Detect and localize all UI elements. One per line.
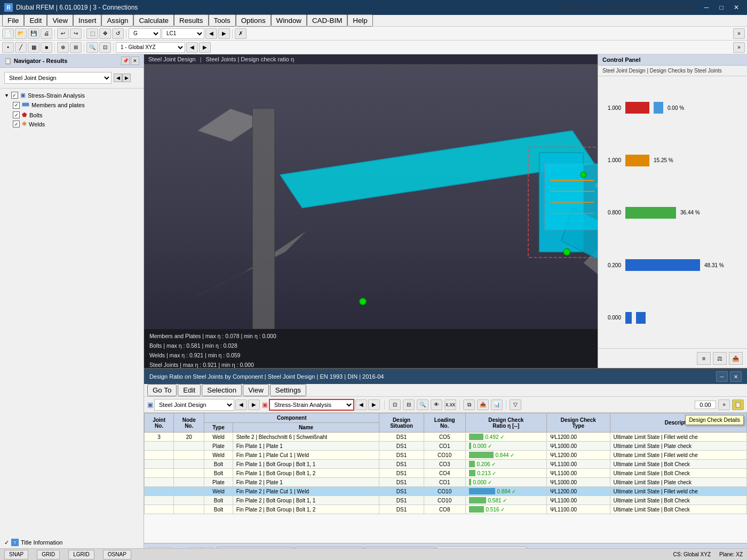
table-tb-export[interactable]: 📤 [477,399,489,410]
nav-check-bolts[interactable]: ✓ [13,111,20,118]
table-row[interactable]: Plate Fin Plate 2 | Plate 1 DS1 CO1 0.00… [145,478,747,487]
menu-tools[interactable]: Tools [209,14,236,27]
table-analysis-prev[interactable]: ◀ [355,399,367,410]
cp-btn-scale[interactable]: ⚖ [713,352,727,365]
status-lgrid[interactable]: LGRID [68,550,94,559]
nav-footer-title-check[interactable]: ✓ [4,539,9,546]
table-menu-settings[interactable]: Settings [270,384,306,396]
table-close[interactable]: ✕ [730,371,742,382]
nav-next[interactable]: ▶ [122,74,131,82]
lc-select[interactable]: LC1 [162,28,204,39]
table-module-dropdown[interactable]: Steel Joint Design [154,399,234,411]
tb-zoom-in[interactable]: 🔍 [86,42,98,53]
tb-view-next[interactable]: ▶ [199,42,211,53]
status-osnap[interactable]: OSNAP [103,550,131,559]
tb-results[interactable]: ✗ [235,28,247,39]
menu-file[interactable]: File [2,14,24,27]
table-row[interactable]: Bolt Fin Plate 2 | Bolt Group | Bolt 1, … [145,496,747,505]
tb-select[interactable]: ⬚ [86,28,98,39]
nav-footer-title[interactable]: ✓ T Title Information [4,539,139,546]
table-row[interactable]: Bolt Fin Plate 2 | Bolt Group | Bolt 1, … [145,505,747,514]
menu-help[interactable]: Help [347,14,372,27]
tb-grid[interactable]: ⊞ [70,42,82,53]
tb-move[interactable]: ✥ [99,28,111,39]
tb-new[interactable]: 📄 [2,28,14,39]
table-tb-filter[interactable]: ▽ [510,399,521,410]
td-ds: DS1 [379,496,424,505]
table-row[interactable]: Weld Fin Plate 2 | Plate Cut 1 | Weld DS… [145,487,747,496]
tb-prev-lc[interactable]: ◀ [205,28,217,39]
view-dropdown[interactable]: 1 - Global XYZ [116,42,185,53]
nav-design-dropdown[interactable]: Steel Joint Design [4,72,112,84]
nav-group-stress[interactable]: ▼ ✓ ▣ Stress-Strain Analysis [0,91,144,100]
table-analysis-next[interactable]: ▶ [368,399,380,410]
nav-item-welds[interactable]: ✓ ❋ Welds [9,119,144,129]
table-menu-selection[interactable]: Selection [202,384,242,396]
nav-check-welds[interactable]: ✓ [13,121,20,127]
menu-results[interactable]: Results [174,14,208,27]
nav-item-members[interactable]: ✓ Members and plates [9,100,144,110]
table-row[interactable]: Plate Fin Plate 1 | Plate 1 DS1 CO1 0.00… [145,442,747,451]
tb-undo[interactable]: ↩ [57,28,69,39]
table-tb-highlight[interactable]: 🔍 [417,399,428,410]
table-tb-select-all[interactable]: ⊡ [389,399,401,410]
status-snap[interactable]: SNAP [4,550,28,559]
tb-more-1[interactable]: » [733,28,745,39]
nav-checkbox-stress[interactable]: ✓ [11,92,18,99]
tb-rotate[interactable]: ↺ [112,28,124,39]
table-row[interactable]: Bolt Fin Plate 1 | Bolt Group | Bolt 1, … [145,469,747,478]
table-tb-values[interactable]: x.xx [444,399,456,410]
tb-point[interactable]: • [2,42,14,53]
table-menu-edit[interactable]: Edit [178,384,201,396]
lc-dropdown[interactable]: G [129,28,161,39]
table-design-details-btn[interactable]: 📋 [732,399,744,410]
menu-assign[interactable]: Assign [101,14,133,27]
table-tb-more[interactable]: » [718,399,730,410]
table-module-next[interactable]: ▶ [248,399,260,410]
table-module-prev[interactable]: ◀ [235,399,247,410]
table-row[interactable]: Bolt Fin Plate 1 | Bolt Group | Bolt 1, … [145,460,747,469]
tb-solid[interactable]: ■ [41,42,52,53]
tb-open[interactable]: 📂 [15,28,27,39]
nav-pin[interactable]: 📌 [121,57,130,65]
table-tb-deselect[interactable]: ⊟ [403,399,415,410]
menu-options[interactable]: Options [236,14,271,27]
ratio-check-icon: 0.492 ✓ [486,434,505,440]
table-container[interactable]: JointNo. NodeNo. Component DesignSituati… [144,413,747,543]
nav-check-members[interactable]: ✓ [13,102,20,109]
close-button[interactable]: ✕ [730,3,743,12]
table-row[interactable]: 3 20 Weld Steife 2 | Blechschnitt 6 | Sc… [145,433,747,442]
table-menu-view[interactable]: View [243,384,269,396]
table-tb-eye[interactable]: 👁 [431,399,442,410]
tb-next-lc[interactable]: ▶ [218,28,230,39]
tb-line[interactable]: ╱ [15,42,27,53]
nav-prev[interactable]: ◀ [114,74,122,82]
tb-view-prev[interactable]: ◀ [186,42,198,53]
table-tb-copy[interactable]: ⧉ [463,399,475,410]
status-grid[interactable]: GRID [37,550,60,559]
tb-more-2[interactable]: » [733,42,745,53]
table-tb-chart[interactable]: 📊 [491,399,503,410]
tb-zoom-all[interactable]: ⊡ [99,42,111,53]
tb-snap[interactable]: ⊕ [57,42,69,53]
nav-close[interactable]: ✕ [131,57,139,65]
tb-redo[interactable]: ↪ [70,28,82,39]
table-row[interactable]: Weld Fin Plate 1 | Plate Cut 1 | Weld DS… [145,451,747,460]
minimize-button[interactable]: ─ [700,3,713,12]
menu-cad-bim[interactable]: CAD-BIM [307,14,347,27]
maximize-button[interactable]: □ [715,3,728,12]
menu-edit[interactable]: Edit [24,14,47,27]
table-analysis-dropdown[interactable]: Stress-Strain Analysis [269,399,354,411]
cp-btn-list[interactable]: ≡ [697,352,711,365]
tb-print[interactable]: 🖨 [41,28,52,39]
menu-view[interactable]: View [47,14,73,27]
table-minimize[interactable]: ─ [716,371,728,382]
nav-item-bolts[interactable]: ✓ ⬟ Bolts [9,110,144,119]
menu-insert[interactable]: Insert [73,14,101,27]
cp-btn-export[interactable]: 📤 [729,352,743,365]
tb-surface[interactable]: ▦ [28,42,39,53]
menu-window[interactable]: Window [271,14,307,27]
menu-calculate[interactable]: Calculate [133,14,174,27]
tb-save[interactable]: 💾 [28,28,39,39]
table-menu-goto[interactable]: Go To [147,384,177,396]
